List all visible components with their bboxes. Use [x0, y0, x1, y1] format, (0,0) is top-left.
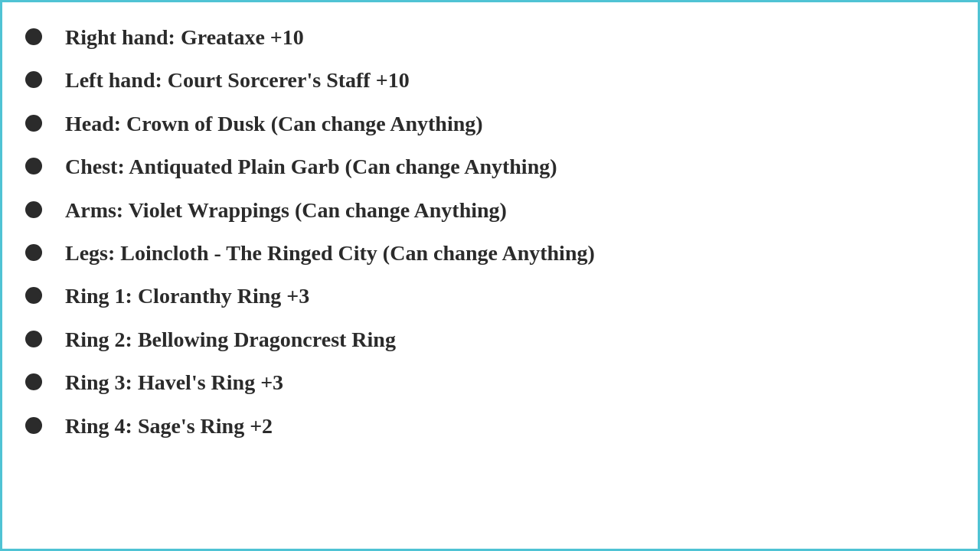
item-text-head: Head: Crown of Dusk (Can change Anything…	[65, 110, 947, 138]
list-item-ring4: Ring 4: Sage's Ring +2	[25, 405, 947, 448]
list-item-right-hand: Right hand: Greataxe +10	[25, 16, 947, 59]
bullet-icon	[25, 373, 42, 390]
list-item-chest: Chest: Antiquated Plain Garb (Can change…	[25, 145, 947, 188]
item-text-ring3: Ring 3: Havel's Ring +3	[65, 369, 947, 396]
bullet-icon	[25, 417, 42, 434]
list-item-head: Head: Crown of Dusk (Can change Anything…	[25, 103, 947, 145]
bullet-icon	[25, 201, 42, 218]
item-text-chest: Chest: Antiquated Plain Garb (Can change…	[65, 153, 947, 181]
bullet-icon	[25, 158, 42, 174]
item-text-arms: Arms: Violet Wrappings (Can change Anyth…	[65, 197, 947, 224]
item-text-legs: Legs: Loincloth - The Ringed City (Can c…	[65, 240, 947, 267]
item-text-right-hand: Right hand: Greataxe +10	[65, 24, 947, 51]
list-item-left-hand: Left hand: Court Sorcerer's Staff +10	[25, 59, 947, 102]
item-text-ring4: Ring 4: Sage's Ring +2	[65, 412, 947, 440]
bullet-icon	[25, 28, 42, 45]
list-item-ring2: Ring 2: Bellowing Dragoncrest Ring	[25, 318, 947, 361]
bullet-icon	[25, 244, 42, 261]
item-text-left-hand: Left hand: Court Sorcerer's Staff +10	[65, 67, 947, 94]
bullet-icon	[25, 287, 42, 304]
equipment-list-container: Right hand: Greataxe +10Left hand: Court…	[2, 2, 978, 461]
bullet-icon	[25, 331, 42, 347]
list-item-ring1: Ring 1: Cloranthy Ring +3	[25, 275, 947, 318]
list-item-ring3: Ring 3: Havel's Ring +3	[25, 361, 947, 404]
list-item-arms: Arms: Violet Wrappings (Can change Anyth…	[25, 189, 947, 232]
list-item-legs: Legs: Loincloth - The Ringed City (Can c…	[25, 232, 947, 275]
item-text-ring1: Ring 1: Cloranthy Ring +3	[65, 282, 947, 310]
item-text-ring2: Ring 2: Bellowing Dragoncrest Ring	[65, 326, 947, 354]
bullet-icon	[25, 115, 42, 132]
equipment-list: Right hand: Greataxe +10Left hand: Court…	[25, 16, 947, 448]
bullet-icon	[25, 71, 42, 88]
